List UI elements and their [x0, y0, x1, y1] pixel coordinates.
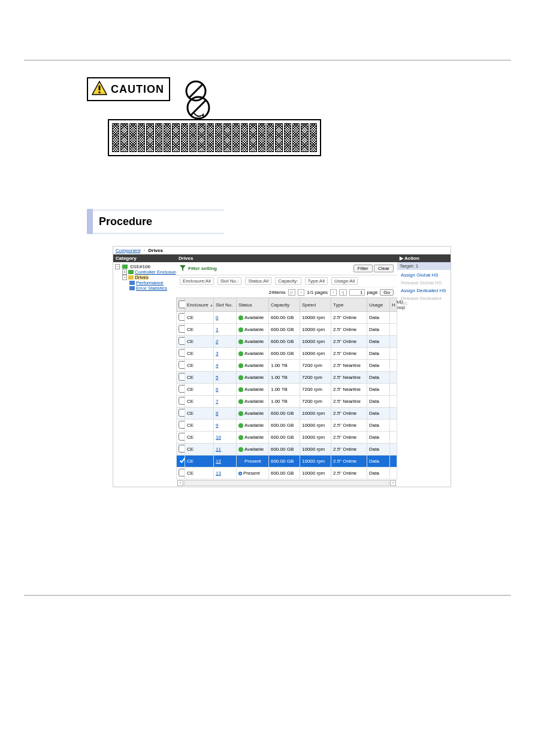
cell-h [390, 372, 397, 384]
slot-link[interactable]: 6 [216, 387, 218, 392]
tree-item-controller-enclosure[interactable]: +Controller Enclosure [122, 269, 174, 275]
horizontal-scrollbar[interactable]: ‹ › [176, 479, 397, 487]
action-target: Target: 1 [397, 262, 451, 270]
pager-next-icon[interactable]: › [330, 289, 337, 296]
slot-link[interactable]: 3 [216, 351, 218, 356]
cell-usage: Data [367, 444, 390, 456]
row-checkbox[interactable] [179, 421, 185, 429]
cell-status: Available [237, 432, 269, 444]
enclosure-illustration [108, 119, 511, 156]
row-checkbox[interactable] [179, 349, 185, 357]
cell-speed: 10000 rpm [300, 456, 331, 467]
filter-chip[interactable]: Capacity: [275, 277, 301, 285]
scroll-left-icon[interactable]: ‹ [177, 480, 183, 486]
table-row[interactable]: CE7Available1.00 TB7200 rpm2.5" Nearline… [177, 396, 397, 408]
column-header[interactable]: Usage [367, 298, 390, 312]
table-row[interactable]: CE12Present600.00 GB10000 rpm2.5" Online… [177, 456, 397, 467]
slot-link[interactable]: 10 [216, 435, 221, 440]
row-checkbox[interactable] [179, 457, 185, 464]
column-header[interactable] [177, 298, 185, 312]
collapse-icon[interactable]: − [115, 264, 120, 269]
cell-capacity: 600.00 GB [269, 348, 300, 360]
cell-usage: Data [367, 396, 390, 408]
clear-button[interactable]: Clear [374, 265, 394, 272]
filter-button[interactable]: Filter [353, 265, 373, 272]
table-row[interactable]: CE9Available600.00 GB10000 rpm2.5" Onlin… [177, 420, 397, 432]
table-row[interactable]: CE3Available600.00 GB10000 rpm2.5" Onlin… [177, 348, 397, 360]
slot-link[interactable]: 13 [216, 470, 221, 476]
table-row[interactable]: CE1Available600.00 GB10000 rpm2.5" Onlin… [177, 324, 397, 336]
slot-link[interactable]: 7 [216, 399, 218, 404]
action-item[interactable]: Assign Dedicated HS [397, 287, 451, 294]
row-checkbox[interactable] [179, 361, 185, 369]
column-header[interactable]: Speed [300, 298, 331, 312]
row-checkbox[interactable] [179, 325, 185, 333]
tree-item-error-statistics[interactable]: Error Statistics [129, 286, 174, 291]
filter-chip[interactable]: Status:All [245, 277, 271, 285]
expand-icon[interactable]: − [122, 275, 127, 280]
table-row[interactable]: CE2Available600.00 GB10000 rpm2.5" Onlin… [177, 336, 397, 348]
row-checkbox[interactable] [179, 373, 185, 381]
tree-item-performance[interactable]: Performance [129, 280, 174, 286]
folder-icon [129, 281, 135, 285]
column-header[interactable]: Slot No. [214, 298, 237, 312]
row-checkbox[interactable] [179, 385, 185, 393]
action-item: Release Dedicated HS [397, 294, 451, 308]
pager-last-icon[interactable]: ›| [339, 289, 347, 296]
slot-link[interactable]: 1 [216, 327, 218, 332]
scroll-right-icon[interactable]: › [390, 480, 396, 486]
cell-type: 2.5" Online [331, 408, 367, 420]
slot-link[interactable]: 9 [216, 423, 218, 428]
slot-link[interactable]: 8 [216, 411, 218, 416]
sort-asc-icon[interactable]: ▲ [210, 303, 214, 307]
row-checkbox[interactable] [179, 397, 185, 405]
expand-icon[interactable]: + [122, 269, 127, 275]
column-header[interactable]: Status [237, 298, 269, 312]
table-row[interactable]: CE6Available1.00 TB7200 rpm2.5" Nearline… [177, 384, 397, 396]
table-row[interactable]: CE13Present600.00 GB10000 rpm2.5" Online… [177, 467, 397, 479]
row-checkbox[interactable] [179, 433, 185, 441]
table-row[interactable]: CE8Available600.00 GB10000 rpm2.5" Onlin… [177, 408, 397, 420]
column-header[interactable]: Enclosure▲ [185, 298, 214, 312]
row-checkbox[interactable] [179, 337, 185, 345]
slot-link[interactable]: 0 [216, 315, 218, 320]
cell-capacity: 1.00 TB [269, 360, 300, 372]
filter-chip[interactable]: Enclosure:All [180, 277, 214, 285]
row-checkbox[interactable] [179, 445, 185, 453]
cell-usage: Data [367, 360, 390, 372]
cell-type: 2.5" Online [331, 348, 367, 360]
slot-link[interactable]: 11 [216, 447, 221, 452]
pager-first-icon[interactable]: |‹ [288, 289, 296, 296]
table-row[interactable]: CE10Available600.00 GB10000 rpm2.5" Onli… [177, 432, 397, 444]
status-dot-icon [238, 351, 243, 356]
filter-heading[interactable]: Filter setting [180, 265, 217, 272]
slot-link[interactable]: 12 [216, 459, 221, 464]
slot-link[interactable]: 2 [216, 339, 218, 344]
column-header[interactable]: Capacity [269, 298, 300, 312]
table-row[interactable]: CE4Available1.00 TB7200 rpm2.5" Nearline… [177, 360, 397, 372]
action-item[interactable]: Assign Global HS [397, 271, 451, 279]
cell-usage: Data [367, 312, 390, 324]
cell-h [390, 444, 397, 456]
slot-link[interactable]: 4 [216, 363, 218, 368]
row-checkbox[interactable] [179, 469, 185, 476]
table-row[interactable]: CE5Available1.00 TB7200 rpm2.5" Nearline… [177, 372, 397, 384]
breadcrumb-root-link[interactable]: Component [116, 248, 140, 253]
filter-chip[interactable]: Type:All [305, 277, 328, 285]
pager-prev-icon[interactable]: ‹ [298, 289, 304, 296]
table-row[interactable]: CE0Available600.00 GB10000 rpm2.5" Onlin… [177, 312, 397, 324]
pager-go-button[interactable]: Go [380, 289, 394, 296]
filter-chip[interactable]: Slot No.: [217, 277, 242, 285]
column-header[interactable]: Type [331, 298, 367, 312]
table-row[interactable]: CE11Available600.00 GB10000 rpm2.5" Onli… [177, 444, 397, 456]
tree-root[interactable]: − D1E#106 [115, 264, 174, 269]
filter-chip[interactable]: Usage:All [331, 277, 358, 285]
slot-link[interactable]: 5 [216, 375, 218, 380]
page-input[interactable] [349, 289, 365, 296]
tree-item-drives[interactable]: −Drives [122, 275, 174, 280]
column-header[interactable]: H [390, 298, 397, 312]
row-checkbox[interactable] [179, 409, 185, 417]
procedure-accent-bar [87, 209, 93, 234]
row-checkbox[interactable] [179, 313, 185, 321]
svg-marker-7 [201, 113, 204, 117]
